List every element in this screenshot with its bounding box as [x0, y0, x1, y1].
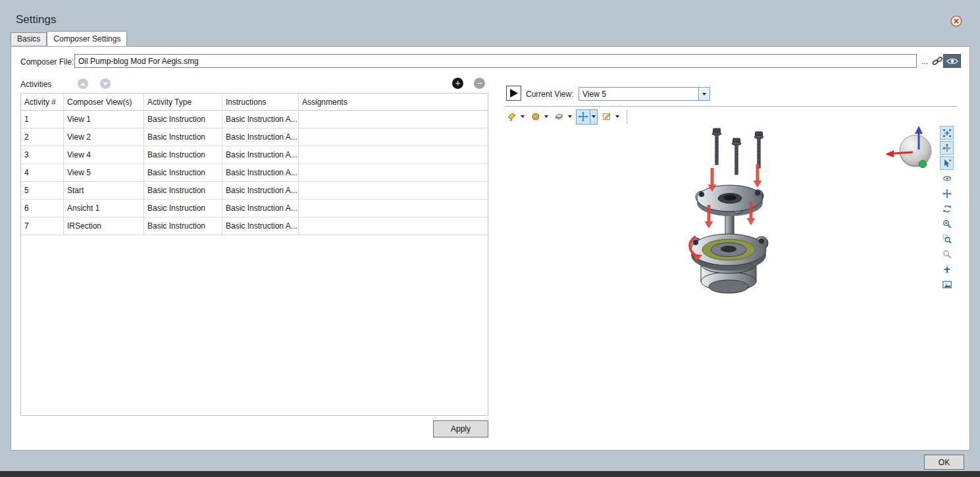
table-cell: Basic Instruction A... — [222, 111, 299, 128]
table-cell: View 1 — [64, 111, 144, 128]
page-title: Settings — [16, 13, 56, 26]
table-cell: Ansicht 1 — [64, 200, 144, 217]
snapshot-icon[interactable] — [940, 277, 954, 291]
table-cell — [299, 128, 488, 146]
table-cell: 1 — [21, 111, 64, 128]
table-cell: Basic Instruction A... — [222, 217, 299, 235]
table-row[interactable]: 1View 1Basic InstructionBasic Instructio… — [21, 111, 488, 128]
table-row[interactable]: 6Ansicht 1Basic InstructionBasic Instruc… — [21, 200, 488, 217]
view-side-toolbar — [940, 126, 954, 291]
table-cell: 3 — [21, 146, 64, 163]
activity-move-down-button[interactable] — [100, 78, 111, 89]
play-button[interactable] — [506, 86, 521, 101]
render-style-button[interactable] — [505, 109, 527, 125]
composer-file-input[interactable] — [74, 54, 917, 68]
table-cell: View 2 — [64, 128, 144, 146]
eye-glyph — [946, 57, 958, 65]
align-target-icon[interactable] — [940, 126, 954, 140]
current-view-select[interactable]: View 5 — [579, 87, 710, 101]
table-cell: Basic Instruction — [144, 111, 222, 128]
add-activity-button[interactable]: + — [452, 78, 463, 89]
column-header[interactable]: Assignments — [299, 94, 488, 110]
fly-through-icon[interactable] — [940, 262, 954, 276]
select-pointer-icon[interactable] — [940, 156, 954, 170]
close-icon[interactable] — [950, 15, 962, 27]
column-header[interactable]: Activity # — [21, 94, 64, 110]
divider — [504, 106, 957, 107]
table-cell: 6 — [21, 200, 64, 217]
tab-basics-label: Basics — [17, 34, 40, 43]
material-ring-icon — [529, 111, 542, 122]
zoom-window-icon[interactable] — [940, 232, 954, 246]
layers-filter-button[interactable] — [552, 109, 574, 125]
table-cell: 5 — [21, 182, 64, 199]
chevron-down-icon[interactable] — [698, 88, 709, 100]
caret-glyph — [702, 93, 706, 96]
pump-3d-model — [626, 121, 843, 325]
settings-window: Settings Basics Composer Settings Compos… — [0, 0, 980, 477]
activities-label: Activities — [20, 80, 51, 89]
tab-composer-settings[interactable]: Composer Settings — [47, 31, 127, 46]
material-ring-button[interactable] — [529, 109, 550, 125]
axis-left-arrow — [893, 152, 913, 154]
zoom-extents-icon[interactable] — [940, 247, 954, 261]
annotation-box-dropdown[interactable] — [613, 110, 621, 124]
browse-button[interactable]: ... — [919, 55, 931, 67]
column-header[interactable]: Activity Type — [144, 94, 222, 110]
apply-button[interactable]: Apply — [433, 420, 488, 437]
table-row[interactable]: 7IRSectionBasic InstructionBasic Instruc… — [21, 217, 488, 235]
table-cell: Start — [64, 182, 144, 199]
table-cell — [299, 217, 488, 235]
move-manipulate-icon — [577, 111, 590, 122]
layers-filter-icon — [553, 111, 566, 122]
link-glyph — [932, 55, 943, 67]
ok-button[interactable]: OK — [924, 455, 964, 470]
table-cell: Basic Instruction A... — [222, 182, 299, 199]
orbit-icon[interactable] — [940, 171, 954, 185]
link-icon[interactable] — [931, 55, 944, 68]
close-circle-glyph — [950, 15, 962, 27]
table-cell: Basic Instruction — [144, 182, 222, 199]
move-manipulate-button[interactable] — [576, 109, 598, 125]
activities-table: Activity #Composer View(s)Activity TypeI… — [20, 93, 488, 416]
tab-basics[interactable]: Basics — [11, 32, 47, 45]
activity-move-up-button[interactable] — [78, 78, 88, 89]
table-cell: 4 — [21, 164, 64, 181]
zoom-icon[interactable] — [940, 217, 954, 231]
pan-icon[interactable] — [940, 186, 954, 200]
table-body: 1View 1Basic InstructionBasic Instructio… — [21, 111, 488, 235]
axis-move-icon[interactable] — [940, 141, 954, 155]
table-row[interactable]: 2View 2Basic InstructionBasic Instructio… — [21, 128, 488, 146]
view-orientation-orb[interactable] — [879, 123, 947, 179]
layers-filter-dropdown[interactable] — [566, 110, 573, 124]
remove-activity-button[interactable]: − — [474, 78, 485, 89]
current-view-value: View 5 — [579, 90, 698, 99]
play-icon — [509, 88, 519, 98]
table-cell — [299, 164, 488, 181]
table-cell: Basic Instruction — [144, 164, 222, 181]
table-row[interactable]: 5StartBasic InstructionBasic Instruction… — [21, 182, 488, 200]
annotation-box-button[interactable] — [600, 109, 621, 125]
column-header[interactable]: Composer View(s) — [64, 94, 144, 110]
table-cell: Basic Instruction — [144, 128, 222, 146]
composer-file-label: Composer File: — [20, 57, 74, 67]
table-cell — [299, 146, 488, 163]
column-header[interactable]: Instructions — [222, 94, 299, 110]
material-ring-dropdown[interactable] — [542, 110, 550, 124]
table-cell: Basic Instruction A... — [222, 128, 299, 146]
table-cell: Basic Instruction A... — [222, 200, 299, 217]
move-manipulate-dropdown[interactable] — [590, 110, 597, 124]
table-cell: Basic Instruction — [144, 146, 222, 163]
table-row[interactable]: 3View 4Basic InstructionBasic Instructio… — [21, 146, 488, 164]
rotate-view-icon[interactable] — [940, 202, 954, 215]
arrow-up-icon — [80, 82, 86, 86]
eye-icon[interactable] — [943, 54, 961, 68]
table-cell: View 5 — [64, 164, 144, 181]
table-cell — [299, 182, 488, 199]
render-style-dropdown[interactable] — [519, 110, 526, 124]
current-view-label: Current View: — [526, 90, 573, 99]
table-cell: Basic Instruction A... — [222, 164, 299, 181]
table-row[interactable]: 4View 5Basic InstructionBasic Instructio… — [21, 164, 488, 182]
composer-settings-panel: Composer File: ... Activities + − Activi… — [11, 46, 970, 451]
render-style-icon — [505, 111, 519, 122]
